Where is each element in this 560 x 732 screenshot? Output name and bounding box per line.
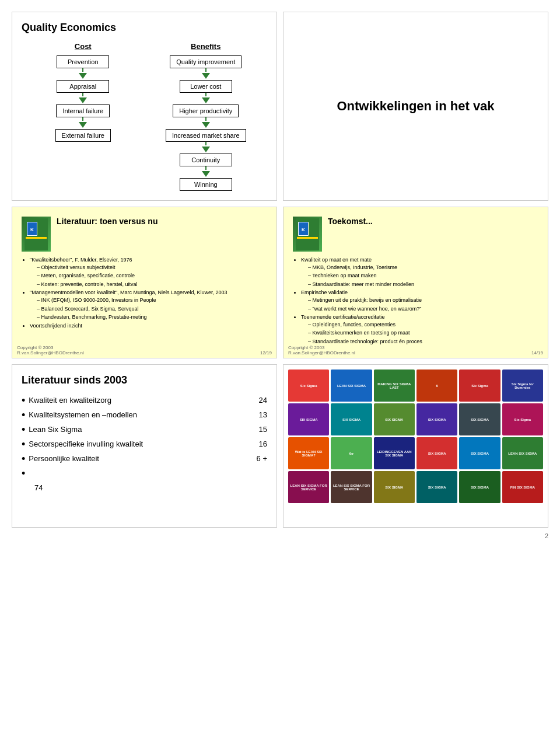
lit-list: • Kwaliteit en kwaliteitzorg 24 • Kwalit… — [22, 396, 267, 480]
slide4-item-2-main: Empirische validatie — [301, 290, 348, 295]
book-cover-17: LEAN SIX SIGMA — [502, 437, 543, 469]
slide4-item-2-sub-1: Metingen uit de praktijk: bewijs en opti… — [308, 297, 538, 304]
cost-item-internal: Internal failure — [56, 104, 110, 117]
slide3-item-2-sub-3: Handvesten, Benchmarking, Prestatie-meti… — [37, 313, 267, 321]
cost-column: Cost Prevention Appraisal Internal failu… — [22, 42, 145, 142]
book-cover-1: LEAN SIX SIGMA — [331, 370, 372, 402]
slide4-copyright: Copyright © 2003 R.van.Solinger@HBODrent… — [288, 345, 355, 355]
svg-rect-4 — [26, 237, 47, 239]
slide-literatuur-2003: Literatuur sinds 2003 • Kwaliteit en kwa… — [12, 364, 277, 528]
slide4-item-1-main: Kwaliteit op maat en met mate — [301, 257, 372, 263]
benefit-productivity: Higher productivity — [173, 104, 239, 117]
lit-item-1: • Kwaliteitsystemen en –modellen 13 — [22, 410, 267, 421]
bullet-2: • — [22, 424, 25, 436]
lit-count-3: 16 — [259, 440, 267, 448]
slide3-list: "Kwaliteitsbeheer", F. Mulder, Elsevier,… — [22, 256, 267, 329]
book-cover-19: LEAN SIX SIGMA FOR SERVICE — [331, 471, 372, 503]
slide4-item-3-main: Toenemende certificatie/accreditatie — [301, 314, 385, 320]
bullet-3: • — [22, 438, 25, 451]
book-cover-3: 6 — [416, 370, 457, 402]
bullet-0: • — [22, 395, 25, 407]
slide4-item-3: Toenemende certificatie/accreditatie Opl… — [301, 313, 538, 345]
lit-label-0: Kwaliteit en kwaliteitzorg — [29, 396, 247, 405]
slide3-item-3: Voortschrijdend inzicht — [30, 322, 267, 330]
book-cover-4: Six Sigma — [459, 370, 500, 402]
slide3-item-3-main: Voortschrijdend inzicht — [30, 323, 82, 329]
lit-label-2: Lean Six Sigma — [29, 425, 247, 434]
slide3-item-2: "Managementmodellen voor kwaliteit", Mar… — [30, 289, 267, 320]
logo-toekomst: K — [293, 217, 322, 252]
benefit-market: Increased market share — [166, 129, 246, 142]
svg-text:K: K — [302, 227, 305, 232]
lit-item-5: • — [22, 469, 267, 480]
book-cover-11: Six Sigma — [502, 403, 543, 435]
cost-title: Cost — [75, 42, 92, 51]
lit-label-1: Kwaliteitsystemen en –modellen — [29, 410, 247, 419]
slide3-item-1: "Kwaliteitsbeheer", F. Mulder, Elsevier,… — [30, 256, 267, 288]
slide4-item-1-sub-2: Technieken op maat maken — [308, 272, 538, 280]
book-cover-23: FIN SIX SIGMA — [502, 471, 543, 503]
slide4-list: Kwaliteit op maat en met mate MKB, Onder… — [293, 256, 538, 346]
benefit-winning: Winning — [180, 178, 232, 191]
book-cover-10: SIX SIGMA — [459, 403, 500, 435]
slide3-item-2-sub-2: Balanced Scorecard, Six Sigma, Servqual — [37, 305, 267, 313]
slide4-item-3-sub-3: Standaardisatie technologie: product én … — [308, 338, 538, 346]
slide-ontwikkelingen: Ontwikkelingen in het vak — [283, 12, 548, 201]
bullet-1: • — [22, 409, 25, 421]
book-cover-9: SIX SIGMA — [416, 403, 457, 435]
book-cover-6: SIX SIGMA — [288, 403, 329, 435]
book-cover-8: SIX SIGMA — [374, 403, 415, 435]
slide3-item-2-sub-1: INK (EFQM), ISO 9000-2000, Investors in … — [37, 297, 267, 304]
lit-label-3: Sectorspecifieke invulling kwaliteit — [29, 440, 247, 448]
slide4-item-1-sub-3: Standaardisatie: meer met minder modelle… — [308, 281, 538, 288]
slide-quality-economics: Quality Economics Cost Prevention Apprai… — [12, 12, 277, 201]
slide4-item-2: Empirische validatie Metingen uit de pra… — [301, 289, 538, 312]
book-cover-15: SIX SIGMA — [416, 437, 457, 469]
slide-books: Six SigmaLEAN SIX SIGMAMAKING SIX SIGMA … — [283, 364, 548, 528]
lit-count-1: 13 — [259, 410, 267, 419]
book-cover-21: SIX SIGMA — [416, 471, 457, 503]
slide4-item-3-sub-1: Opleidingen, functies, competenties — [308, 321, 538, 329]
slide-literatuur: K Literatuur: toen versus nu "Kwaliteits… — [12, 207, 277, 358]
logo-literatuur: K — [22, 217, 51, 252]
svg-text:K: K — [30, 227, 34, 232]
lit-count-4: 6 + — [257, 454, 267, 463]
slide3-item-1-sub-2: Meten, organisatie, specificatie, contro… — [37, 272, 267, 280]
book-cover-2: MAKING SIX SIGMA LAST — [374, 370, 415, 402]
slide1-title: Quality Economics — [22, 22, 267, 34]
lit-grand-total: 74 — [22, 483, 267, 492]
slide-toekomst: K Toekomst... Kwaliteit op maat en met m… — [283, 207, 548, 358]
cost-item-prevention: Prevention — [57, 55, 109, 68]
slide3-item-1-sub-1: Objectiviteit versus subjectiviteit — [37, 264, 267, 271]
lit-count-2: 15 — [259, 425, 267, 434]
slide4-title: Toekomst... — [328, 217, 373, 226]
svg-rect-9 — [297, 237, 318, 239]
page-number: 2 — [12, 532, 548, 539]
slide4-number: 14/19 — [531, 350, 543, 355]
lit-count-0: 24 — [259, 396, 267, 405]
lit-label-4: Persoonlijke kwaliteit — [29, 454, 244, 463]
benefit-quality: Quality improvement — [170, 55, 242, 68]
slide3-copyright: Copyright © 2003 R.van.Solinger@HBODrent… — [17, 345, 84, 355]
bullet-5: • — [22, 468, 25, 480]
bullet-4: • — [22, 453, 25, 465]
slide2-title: Ontwikkelingen in het vak — [337, 99, 494, 114]
cost-item-external: External failure — [55, 129, 111, 142]
benefit-continuity: Continuity — [180, 154, 232, 166]
book-cover-14: LEIDINGGEVEN AAN SIX SIGMA — [374, 437, 415, 469]
slide4-item-3-sub-2: Kwaliteitskeurmerken en toetsing op maat — [308, 329, 538, 337]
benefits-title: Benefits — [191, 42, 220, 51]
slide3-number: 12/19 — [260, 350, 272, 355]
book-cover-18: LEAN SIX SIGMA FOR SERVICE — [288, 471, 329, 503]
lit-item-3: • Sectorspecifieke invulling kwaliteit 1… — [22, 440, 267, 451]
books-grid: Six SigmaLEAN SIX SIGMAMAKING SIX SIGMA … — [288, 370, 543, 503]
book-cover-13: 6σ — [331, 437, 372, 469]
book-cover-0: Six Sigma — [288, 370, 329, 402]
book-cover-12: Wat is LEAN SIX SIGMA? — [288, 437, 329, 469]
lit-item-0: • Kwaliteit en kwaliteitzorg 24 — [22, 396, 267, 407]
slide4-item-1: Kwaliteit op maat en met mate MKB, Onder… — [301, 256, 538, 288]
benefit-cost: Lower cost — [180, 80, 232, 93]
lit-item-4: • Persoonlijke kwaliteit 6 + — [22, 454, 267, 465]
slide3-item-2-main: "Managementmodellen voor kwaliteit", Mar… — [30, 290, 228, 295]
book-cover-5: Six Sigma for Dummies — [502, 370, 543, 402]
